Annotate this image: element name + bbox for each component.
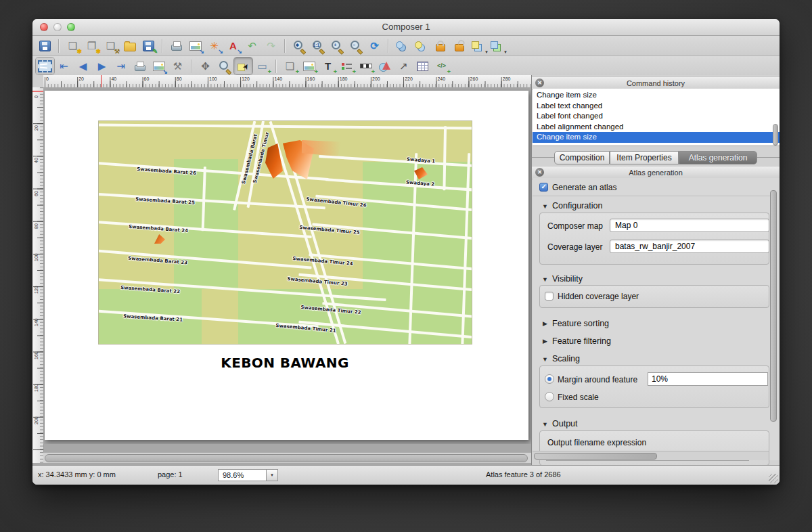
atlas-settings-icon: ⚒ [173,61,182,71]
margin-around-feature-input[interactable] [648,372,768,386]
atlas-panel-vertical-scrollbar[interactable] [770,190,777,422]
generate-atlas-checkbox[interactable] [539,183,548,192]
atlas-panel-horizontal-scrollbar[interactable] [533,451,769,460]
configuration-header[interactable]: Configuration [552,201,602,210]
group-items-button[interactable] [393,37,411,54]
disclosure-open-icon[interactable]: ▼ [542,356,548,363]
add-new-map-icon: ❏ [286,61,294,71]
export-atlas-button[interactable]: ↘ [150,58,168,74]
add-arrow-button[interactable]: ↗ [394,58,413,74]
tab-item-properties[interactable]: Item Properties [610,151,679,164]
disclosure-open-icon[interactable]: ▼ [542,421,548,428]
history-item[interactable]: Label text changed [533,101,780,112]
close-panel-icon[interactable]: ✕ [535,79,544,87]
history-item[interactable]: Label alignment changed [533,122,780,133]
atlas-settings-button[interactable]: ⚒ [168,58,187,74]
disclosure-closed-icon[interactable]: ▶ [543,320,547,327]
history-item[interactable]: Label font changed [533,111,780,122]
atlas-previous-feature-button[interactable]: ◀ [74,58,92,74]
map-title-label[interactable]: KEBON BAWANG [221,355,349,371]
add-image-button[interactable]: + [300,58,318,74]
atlas-last-feature-button[interactable]: ⇥ [112,58,130,74]
close-panel-icon[interactable]: ✕ [535,168,544,177]
ruler-tick-label: 20 [78,76,84,81]
zoom-out-button[interactable]: − [346,37,365,54]
command-history-scrollbar[interactable] [773,124,778,146]
new-composition-button[interactable]: ❏✱ [64,37,82,54]
visibility-header[interactable]: Visibility [552,274,583,284]
output-header[interactable]: Output [552,419,578,428]
ungroup-items-icon [415,41,422,49]
disclosure-open-icon[interactable]: ▼ [542,203,548,210]
fixed-scale-radio[interactable] [545,392,554,401]
redo-button[interactable]: ↷ [262,37,280,54]
undo-button[interactable]: ↶ [243,37,261,54]
align-items-button[interactable]: ▼ [488,37,506,54]
disclosure-open-icon[interactable]: ▼ [542,276,548,283]
disclosure-closed-icon[interactable]: ▶ [543,338,547,345]
add-html-frame-button[interactable]: </>+ [432,58,451,74]
export-image-button[interactable]: ↘ [186,37,204,54]
atlas-preview-button[interactable] [36,58,54,74]
margin-around-feature-radio[interactable] [545,374,554,384]
raise-items-button[interactable]: ▼ [469,37,487,54]
zoom-in-icon: + [331,40,342,51]
zoom-one-to-one-button[interactable]: 1:1 [309,37,327,54]
scaling-header[interactable]: Scaling [552,354,580,363]
zoom-level-dropdown-icon[interactable]: ▼ [266,469,278,481]
horizontal-ruler[interactable]: 020406080100120140160180200220240260280 [43,75,532,88]
save-as-template-button[interactable]: ✎ [139,37,158,54]
add-new-map-button[interactable]: ❏+ [281,58,299,74]
print-atlas-button[interactable] [131,58,149,74]
tab-atlas-generation[interactable]: Atlas generation [679,151,757,164]
zoom-tool-button[interactable] [215,58,233,74]
map-item[interactable]: Swasembada Barat 26Swasembada Barat 25Sw… [99,121,472,344]
move-item-content-button[interactable]: ▭+ [253,58,271,74]
atlas-first-feature-icon: ⇤ [60,61,68,71]
duplicate-composition-button[interactable]: ❐✱ [83,37,101,54]
zoom-in-button[interactable]: + [328,37,346,54]
command-history-list[interactable]: Change item sizeLabel text changedLabel … [533,89,780,146]
add-shape-button[interactable] [376,58,394,74]
refresh-view-button[interactable]: ⟳ [365,37,384,54]
history-item[interactable]: Change item size [533,90,780,101]
print-button[interactable] [167,37,185,54]
load-template-button[interactable] [120,37,139,54]
scrollbar-thumb[interactable] [534,453,657,460]
coverage-layer-combobox[interactable]: batas_rw_banjir_2007 [610,240,769,253]
history-item[interactable]: Change item size [533,132,780,143]
export-svg-button[interactable]: ✳↘ [205,37,223,54]
add-scalebar-button[interactable]: + [357,58,375,74]
title-bar[interactable]: Composer 1 [32,19,780,36]
lock-items-button[interactable] [431,37,449,54]
tab-composition[interactable]: Composition [554,151,610,164]
zoom-window-button[interactable] [67,23,75,31]
hidden-coverage-layer-checkbox[interactable] [545,292,554,301]
add-legend-button[interactable]: + [338,58,356,74]
pan-button[interactable]: ✥ [196,58,215,74]
canvas-horizontal-scrollbar[interactable] [43,452,532,463]
ungroup-items-button[interactable] [412,37,430,54]
select-move-item-button[interactable] [234,58,252,74]
add-label-button[interactable]: T+ [319,58,337,74]
add-attribute-table-button[interactable] [413,58,432,74]
add-scalebar-icon [360,64,372,68]
atlas-first-feature-button[interactable]: ⇤ [55,58,73,74]
atlas-next-feature-button[interactable]: ▶ [93,58,111,74]
save-project-button[interactable] [36,37,54,54]
export-pdf-button[interactable]: A↘ [224,37,242,54]
resize-grip[interactable] [769,474,778,483]
composer-manager-button[interactable]: ❏⚒ [102,37,120,54]
feature-filtering-header[interactable]: Feature filtering [552,336,611,346]
zoom-level-combobox[interactable]: 98.6% [218,469,267,481]
composition-canvas[interactable]: Swasembada Barat 26Swasembada Barat 25Sw… [43,87,532,444]
ruler-tick-label: 180 [340,76,348,81]
scrollbar-thumb[interactable] [45,454,528,462]
minimize-window-button[interactable] [53,23,62,31]
vertical-ruler[interactable]: 020406080100120140160180200 [32,87,44,463]
close-window-button[interactable] [40,23,48,31]
feature-sorting-header[interactable]: Feature sorting [552,319,609,328]
unlock-items-button[interactable] [450,37,468,54]
composer-map-combobox[interactable]: Map 0 [610,219,769,232]
zoom-full-button[interactable]: ❖ [290,37,308,54]
